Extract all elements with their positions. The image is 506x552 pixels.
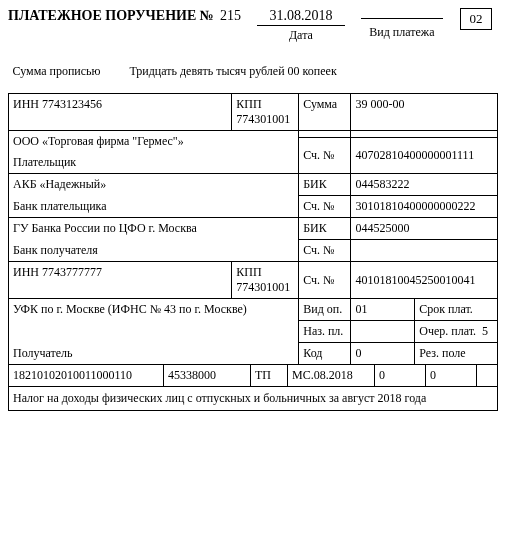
payer-account: 40702810400000001111 [351, 138, 498, 174]
date-label: Дата [257, 28, 345, 43]
recip-role-label: Получатель [13, 346, 73, 361]
recip-bank-name: ГУ Банка России по ЦФО г. Москва [9, 218, 299, 240]
vidop-label: Вид оп. [299, 299, 351, 321]
payer-bank-bik: 044583222 [351, 174, 498, 196]
doc-date-field: 0 [426, 365, 477, 386]
recip-inn-cell: ИНН 7743777777 [9, 262, 232, 299]
payer-account-label: Сч. № [299, 138, 351, 174]
recip-bank-acc [351, 240, 498, 262]
recip-name: УФК по г. Москве (ИФНС № 43 по г. Москве… [13, 302, 294, 317]
header: ПЛАТЕЖНОЕ ПОРУЧЕНИЕ № 215 31.08.2018 Дат… [8, 8, 498, 43]
ocher-cell: Очер. плат. 5 [415, 321, 498, 343]
payer-bank-name: АКБ «Надежный» [9, 174, 299, 196]
amount-value: 39 000-00 [351, 94, 498, 131]
tax-period: МС.08.2018 [288, 365, 375, 386]
recip-bank-role-label: Банк получателя [9, 240, 299, 262]
payer-role-label: Плательщик [9, 152, 299, 174]
payment-type-field [477, 365, 498, 386]
recip-bank-bik-label: БИК [299, 218, 351, 240]
payment-purpose: Налог на доходы физических лиц с отпускн… [8, 387, 498, 411]
recip-bank-bik: 044525000 [351, 218, 498, 240]
payer-bank-acc: 30101810400000000222 [351, 196, 498, 218]
oktmo: 45338000 [164, 365, 251, 386]
doc-title: ПЛАТЕЖНОЕ ПОРУЧЕНИЕ № [8, 8, 214, 24]
payer-bank-acc-label: Сч. № [299, 196, 351, 218]
nazpl-value [351, 321, 415, 343]
nazpl-label: Наз. пл. [299, 321, 351, 343]
payment-type-label: Вид платежа [361, 25, 443, 40]
status-code: 02 [460, 8, 492, 30]
kod-value: 0 [351, 343, 415, 365]
doc-number: 215 [220, 8, 241, 24]
amount-label: Сумма [299, 94, 351, 131]
payer-name: ООО «Торговая фирма "Гермес"» [9, 131, 299, 153]
payer-kpp-cell: КПП 774301001 [232, 94, 299, 131]
payer-bank-bik-label: БИК [299, 174, 351, 196]
recip-acc-label: Сч. № [299, 262, 351, 299]
recip-kpp-cell: КПП 774301001 [232, 262, 299, 299]
payment-basis: ТП [251, 365, 288, 386]
srok-label: Срок плат. [415, 299, 498, 321]
payment-table: Сумма прописью Тридцать девять тысяч руб… [8, 61, 498, 365]
recip-bank-acc-label: Сч. № [299, 240, 351, 262]
payer-inn-cell: ИНН 7743123456 [9, 94, 232, 131]
amount-words-label: Сумма прописью [9, 61, 126, 94]
rez-label: Рез. поле [415, 343, 498, 365]
recip-acc: 40101810045250010041 [351, 262, 498, 299]
payer-bank-role-label: Банк плательщика [9, 196, 299, 218]
doc-num-field: 0 [375, 365, 426, 386]
kod-label: Код [299, 343, 351, 365]
kbk: 18210102010011000110 [9, 365, 164, 386]
budget-fields: 18210102010011000110 45338000 ТП МС.08.2… [8, 365, 498, 387]
payment-type [361, 17, 443, 19]
recip-name-cell: УФК по г. Москве (ИФНС № 43 по г. Москве… [9, 299, 299, 365]
vidop-value: 01 [351, 299, 415, 321]
amount-words: Тридцать девять тысяч рублей 00 копеек [125, 61, 497, 94]
doc-date: 31.08.2018 [257, 8, 345, 26]
